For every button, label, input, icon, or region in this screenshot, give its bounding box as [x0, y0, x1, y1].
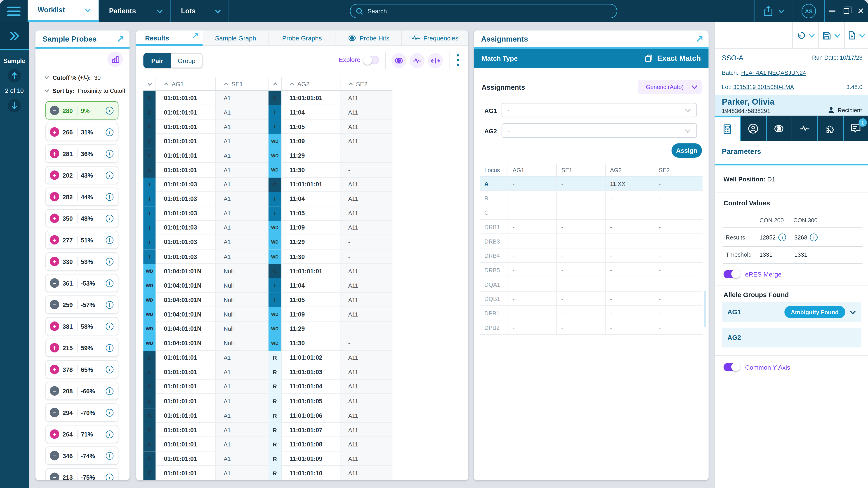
info-icon[interactable]: i [106, 409, 114, 416]
info-icon[interactable]: i [106, 193, 114, 200]
more-options-icon[interactable] [455, 54, 460, 66]
scrollbar-thumb[interactable] [704, 291, 706, 327]
share-menu[interactable] [755, 0, 793, 22]
locus-row[interactable]: DRB4 - - - - [480, 249, 702, 263]
locus-row[interactable]: DRB5 - - - - [480, 263, 702, 277]
tab-extensions[interactable] [817, 116, 843, 141]
table-row[interactable]: WD 01:04:01:01N Null C 11:01:01:01 A11 [143, 264, 393, 278]
undo-button[interactable] [792, 22, 818, 49]
window-restore-button[interactable] [839, 0, 854, 22]
probe-card[interactable]: 378 65% i [45, 360, 119, 379]
search-input[interactable] [368, 8, 611, 14]
locus-row[interactable]: DPB2 - - - - [480, 320, 702, 335]
probe-card[interactable]: 346 -74% i [45, 447, 119, 465]
table-row[interactable]: WD 01:04:01:01N Null I 11:04 A11 [143, 278, 393, 293]
info-icon[interactable]: i [106, 279, 114, 287]
table-row[interactable]: C 01:01:01:01 A1 WD 11:30 - [143, 163, 393, 177]
tab-frequencies[interactable] [792, 116, 817, 141]
locus-row[interactable]: DPB1 - - - - [480, 306, 702, 320]
lot-link[interactable]: 3015319 3015080-LMA [733, 84, 794, 90]
probe-card[interactable]: 350 48% i [45, 209, 119, 228]
column-header-ag2[interactable]: AG2 [281, 77, 340, 90]
table-row[interactable]: I 01:01:01:03 A1 C 11:01:01:01 A11 [143, 177, 393, 192]
expand-horizontal-button[interactable] [428, 53, 443, 68]
previous-sample-button[interactable] [8, 69, 21, 83]
venn-tool-button[interactable] [391, 53, 406, 68]
locus-row[interactable]: DRB3 - - - - [480, 234, 702, 249]
save-button[interactable] [818, 22, 844, 49]
info-icon[interactable]: i [106, 128, 114, 136]
table-row[interactable]: C 01:01:01:01 A1 R 11:01:01:04 A11 [143, 380, 393, 394]
info-icon[interactable]: i [810, 233, 818, 241]
table-row[interactable]: WD 01:04:01:01N Null I 11:05 A11 [143, 293, 393, 307]
table-row[interactable]: C 01:01:01:01 A1 R 11:01:01:05 A11 [143, 394, 393, 409]
batch-link[interactable]: HLA- 4A1 NEQASJUN24 [741, 69, 806, 76]
nav-tab-worklist[interactable]: Worklist [28, 0, 98, 22]
table-row[interactable]: C 01:01:01:01 A1 R 11:01:01:02 A11 [143, 351, 393, 365]
table-row[interactable]: I 01:01:01:03 A1 WD 11:09 A11 [143, 221, 393, 235]
table-row[interactable]: I 01:01:01:03 A1 WD 11:30 - [143, 250, 393, 264]
nav-tab-patients[interactable]: Patients [98, 0, 171, 22]
allele-group-ag1[interactable]: AG1 Ambiguity Found [722, 302, 861, 322]
info-icon[interactable]: i [106, 322, 114, 330]
tab-patient-info[interactable] [740, 116, 766, 141]
probe-card[interactable]: 294 -70% i [45, 403, 119, 422]
table-row[interactable]: C 01:01:01:01 A1 R 11:01:01:07 A11 [143, 423, 393, 437]
column-header-se2[interactable]: SE2 [340, 77, 393, 90]
ag1-select[interactable]: - [502, 103, 697, 118]
user-avatar[interactable]: AS [802, 4, 816, 18]
probe-card[interactable]: 259 -57% i [45, 295, 119, 314]
expand-external-icon[interactable] [192, 33, 198, 39]
window-minimize-button[interactable] [825, 0, 839, 22]
table-row[interactable]: C 01:01:01:01 A1 C 11:01:01:01 A11 [143, 91, 393, 105]
export-button[interactable] [844, 22, 868, 49]
eres-merge-toggle[interactable] [723, 270, 740, 278]
table-row[interactable]: C 01:01:01:01 A1 WD 11:09 A11 [143, 134, 393, 149]
cutoff-filter[interactable]: Cutoff % (+/-): 30 [35, 74, 129, 80]
group-view-button[interactable]: Group [171, 53, 203, 68]
locus-row[interactable]: DQA1 - - - - [480, 277, 702, 292]
nav-tab-lots[interactable]: Lots [171, 0, 229, 22]
info-icon[interactable]: i [106, 236, 114, 243]
info-icon[interactable]: i [106, 150, 114, 157]
probe-card[interactable]: 264 71% i [45, 425, 119, 443]
expand-panel-button[interactable] [0, 22, 29, 50]
info-icon[interactable]: i [106, 430, 114, 438]
probe-card[interactable]: 330 53% i [45, 252, 119, 271]
info-icon[interactable]: i [106, 473, 114, 480]
common-y-axis-toggle[interactable] [723, 363, 740, 371]
locus-row[interactable]: B - - - - [480, 191, 702, 205]
table-row[interactable]: C 01:01:01:01 A1 R 11:01:01:06 A11 [143, 409, 393, 423]
locus-row[interactable]: C - - - - [480, 205, 702, 220]
info-icon[interactable]: i [106, 215, 114, 222]
probe-card[interactable]: 277 51% i [45, 231, 119, 249]
explore-toggle[interactable] [363, 56, 379, 64]
probe-card[interactable]: 281 36% i [45, 144, 119, 163]
locus-row[interactable]: DQB1 - - - - [480, 292, 702, 306]
expand-external-icon[interactable] [696, 35, 703, 43]
expand-external-icon[interactable] [117, 35, 124, 43]
probe-card[interactable]: 208 -66% i [45, 382, 119, 400]
tab-results[interactable]: Results [136, 31, 203, 45]
table-row[interactable]: C 01:01:01:01 A1 I 11:04 A11 [143, 105, 393, 120]
ambiguity-found-badge[interactable]: Ambiguity Found [784, 306, 845, 318]
column-header-status1[interactable] [143, 77, 156, 90]
table-row[interactable]: C 01:01:01:01 A1 I 11:05 A11 [143, 120, 393, 134]
pair-view-button[interactable]: Pair [143, 53, 171, 68]
table-row[interactable]: C 01:01:01:01 A1 WD 11:29 - [143, 149, 393, 163]
table-row[interactable]: WD 01:04:01:01N Null WD 11:29 - [143, 322, 393, 336]
match-type-value[interactable]: Exact Match [645, 54, 701, 63]
next-sample-button[interactable] [8, 99, 21, 112]
tab-sample-graph[interactable]: Sample Graph [203, 31, 269, 45]
table-row[interactable]: WD 01:04:01:01N Null WD 11:09 A11 [143, 307, 393, 322]
locus-row[interactable]: A - - 11:XX - [480, 176, 702, 191]
probe-card[interactable]: 202 43% i [45, 166, 119, 184]
info-icon[interactable]: i [106, 171, 114, 179]
probe-card[interactable]: 282 44% i [45, 188, 119, 206]
locus-row[interactable]: DRB1 - - - - [480, 220, 702, 234]
probe-card[interactable]: 381 58% i [45, 317, 119, 335]
table-row[interactable]: C 01:01:01:01 A1 R 11:01:01:09 A11 [143, 452, 393, 466]
table-row[interactable]: WD 01:04:01:01N Null WD 11:30 - [143, 336, 393, 351]
info-icon[interactable]: i [778, 233, 786, 241]
table-row[interactable]: I 01:01:01:03 A1 WD 11:29 - [143, 235, 393, 250]
